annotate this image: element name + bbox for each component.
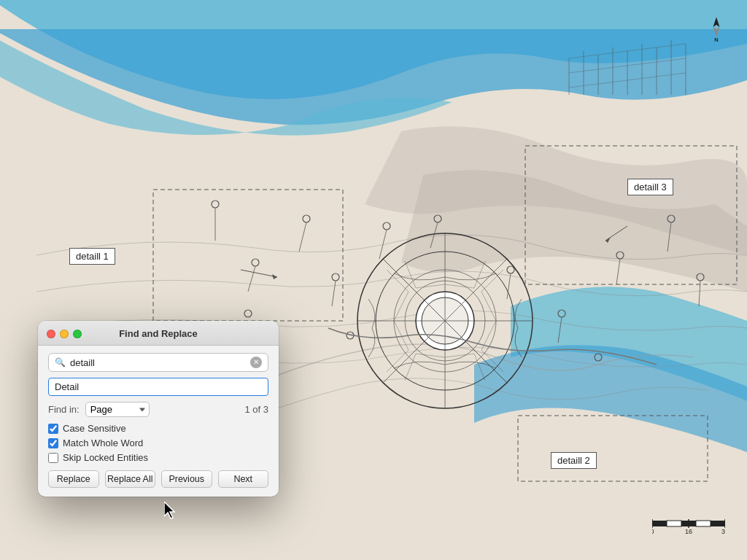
detail-label-1: detaill 1 <box>69 248 115 265</box>
skip-locked-label: Skip Locked Entities <box>63 452 148 463</box>
svg-text:0: 0 <box>652 528 654 535</box>
scale-bar: 0 16 32 <box>652 515 725 538</box>
traffic-lights <box>47 330 82 338</box>
svg-marker-70 <box>164 502 174 518</box>
buttons-row: Replace Replace All Previous Next <box>48 470 268 488</box>
find-in-select-wrapper: Page Document Selection <box>85 402 150 417</box>
checkbox-case-sensitive-row: Case Sensitive <box>48 423 268 434</box>
match-whole-word-checkbox[interactable] <box>48 438 58 448</box>
replace-button[interactable]: Replace <box>48 470 99 488</box>
svg-rect-62 <box>696 521 711 526</box>
search-icon: 🔍 <box>55 357 66 368</box>
replace-all-button[interactable]: Replace All <box>105 470 156 488</box>
svg-text:32: 32 <box>721 528 725 535</box>
find-in-select[interactable]: Page Document Selection <box>85 402 150 417</box>
previous-button[interactable]: Previous <box>161 470 212 488</box>
search-row: 🔍 ✕ <box>48 353 268 372</box>
dialog-body: 🔍 ✕ Find in: Page Document Selection 1 o… <box>38 346 279 497</box>
checkbox-skip-locked-row: Skip Locked Entities <box>48 452 268 463</box>
svg-text:16: 16 <box>685 528 692 535</box>
result-count: 1 of 3 <box>244 404 268 415</box>
svg-rect-59 <box>652 521 667 526</box>
svg-rect-60 <box>667 521 681 526</box>
svg-rect-63 <box>711 521 725 526</box>
dialog-titlebar: Find and Replace <box>38 321 279 346</box>
find-in-label: Find in: <box>48 404 80 415</box>
clear-search-button[interactable]: ✕ <box>250 357 262 368</box>
case-sensitive-label: Case Sensitive <box>63 423 126 434</box>
close-button[interactable] <box>47 330 55 338</box>
dialog-title: Find and Replace <box>119 328 198 339</box>
next-button[interactable]: Next <box>218 470 269 488</box>
minimize-button[interactable] <box>60 330 69 338</box>
search-input[interactable] <box>70 357 246 368</box>
svg-text:N: N <box>714 36 718 42</box>
find-in-row: Find in: Page Document Selection 1 of 3 <box>48 402 268 417</box>
replace-input[interactable] <box>48 378 268 396</box>
mouse-cursor <box>164 502 179 519</box>
skip-locked-checkbox[interactable] <box>48 453 58 463</box>
checkbox-match-whole-word-row: Match Whole Word <box>48 438 268 448</box>
svg-marker-56 <box>713 18 720 28</box>
maximize-button[interactable] <box>73 330 82 338</box>
svg-marker-57 <box>713 27 720 37</box>
case-sensitive-checkbox[interactable] <box>48 424 58 434</box>
find-replace-dialog: Find and Replace 🔍 ✕ Find in: Page Docum… <box>38 321 279 497</box>
detail-label-2: detaill 2 <box>551 452 597 469</box>
match-whole-word-label: Match Whole Word <box>63 438 143 448</box>
detail-label-3: detaill 3 <box>627 179 673 195</box>
compass: N <box>700 13 732 45</box>
